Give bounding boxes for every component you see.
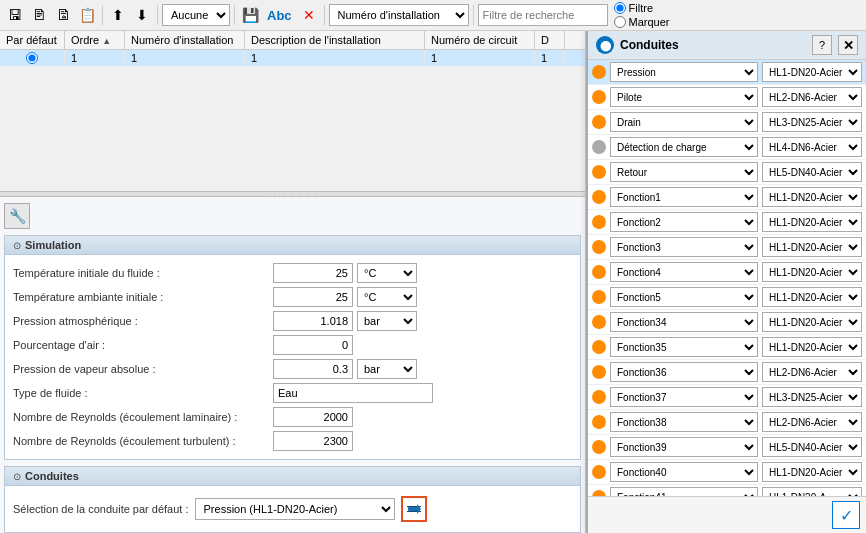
conduites-default-select[interactable]: Pression (HL1-DN20-Acier) — [195, 498, 395, 520]
conduites-item-16[interactable]: Fonction40HL1-DN20-Acier — [588, 460, 866, 485]
sim-input-0[interactable] — [273, 263, 353, 283]
popup-close-button[interactable]: ✕ — [838, 35, 858, 55]
col-header-numero[interactable]: Numéro d'installation — [125, 31, 245, 49]
conduites-icon-button[interactable] — [401, 496, 427, 522]
toolbar-select-aucune[interactable]: Aucune — [162, 4, 230, 26]
conduites-name-select-6[interactable]: Fonction2 — [610, 212, 758, 232]
conduites-code-select-15[interactable]: HL5-DN40-Acier — [762, 437, 862, 457]
conduites-name-select-16[interactable]: Fonction40 — [610, 462, 758, 482]
conduites-name-select-14[interactable]: Fonction38 — [610, 412, 758, 432]
sim-input-3[interactable] — [273, 335, 353, 355]
sim-input-6[interactable] — [273, 407, 353, 427]
conduites-name-select-1[interactable]: Pilote — [610, 87, 758, 107]
conduites-code-select-13[interactable]: HL3-DN25-Acier — [762, 387, 862, 407]
conduites-item-6[interactable]: Fonction2HL1-DN20-Acier — [588, 210, 866, 235]
col-header-ordre[interactable]: Ordre ▲ — [65, 31, 125, 49]
conduites-code-select-11[interactable]: HL1-DN20-Acier — [762, 337, 862, 357]
conduites-name-select-17[interactable]: Fonction41 — [610, 487, 758, 496]
conduites-name-select-0[interactable]: Pression — [610, 62, 758, 82]
sim-input-7[interactable] — [273, 431, 353, 451]
toolbar-btn-5[interactable]: ⬆ — [107, 4, 129, 26]
col-header-desc[interactable]: Description de l'installation — [245, 31, 425, 49]
col-header-d[interactable]: D — [535, 31, 565, 49]
conduites-code-select-9[interactable]: HL1-DN20-Acier — [762, 287, 862, 307]
conduites-item-9[interactable]: Fonction5HL1-DN20-Acier — [588, 285, 866, 310]
toolbar-btn-1[interactable]: 🖫 — [4, 4, 26, 26]
toolbar-btn-close-x[interactable]: ✕ — [298, 4, 320, 26]
conduites-item-13[interactable]: Fonction37HL3-DN25-Acier — [588, 385, 866, 410]
par-defaut-radio[interactable] — [26, 52, 38, 64]
conduites-name-select-15[interactable]: Fonction39 — [610, 437, 758, 457]
sim-input-4[interactable] — [273, 359, 353, 379]
conduites-item-11[interactable]: Fonction35HL1-DN20-Acier — [588, 335, 866, 360]
cell-par-defaut[interactable] — [0, 50, 65, 66]
sim-input-2[interactable] — [273, 311, 353, 331]
bottom-toolbar-btn[interactable]: 🔧 — [4, 203, 30, 229]
popup-help-button[interactable]: ? — [812, 35, 832, 55]
conduites-item-10[interactable]: Fonction34HL1-DN20-Acier — [588, 310, 866, 335]
conduites-name-select-2[interactable]: Drain — [610, 112, 758, 132]
conduites-code-select-10[interactable]: HL1-DN20-Acier — [762, 312, 862, 332]
conduites-item-8[interactable]: Fonction4HL1-DN20-Acier — [588, 260, 866, 285]
conduites-code-select-8[interactable]: HL1-DN20-Acier — [762, 262, 862, 282]
toolbar-select-numero[interactable]: Numéro d'installation — [329, 4, 469, 26]
conduites-item-1[interactable]: PiloteHL2-DN6-Acier — [588, 85, 866, 110]
conduites-code-select-4[interactable]: HL5-DN40-Acier — [762, 162, 862, 182]
conduites-name-select-11[interactable]: Fonction35 — [610, 337, 758, 357]
sim-input-5[interactable] — [273, 383, 433, 403]
popup-ok-button[interactable]: ✓ — [832, 501, 860, 529]
conduites-item-7[interactable]: Fonction3HL1-DN20-Acier — [588, 235, 866, 260]
sim-unit-select-1[interactable]: °C — [357, 287, 417, 307]
filter-radio-filtre[interactable] — [614, 2, 626, 14]
filter-radio-marquer-label[interactable]: Marquer — [614, 16, 670, 28]
filter-radio-marquer[interactable] — [614, 16, 626, 28]
col-header-par-defaut[interactable]: Par défaut — [0, 31, 65, 49]
conduites-name-select-12[interactable]: Fonction36 — [610, 362, 758, 382]
sim-label-3: Pourcentage d'air : — [13, 339, 273, 351]
conduites-code-select-0[interactable]: HL1-DN20-Acier — [762, 62, 862, 82]
conduites-code-select-12[interactable]: HL2-DN6-Acier — [762, 362, 862, 382]
conduites-header[interactable]: ⊙ Conduites — [5, 467, 580, 486]
conduites-code-select-17[interactable]: HL1-DN20-A... — [762, 487, 862, 496]
conduites-code-select-7[interactable]: HL1-DN20-Acier — [762, 237, 862, 257]
toolbar-btn-4[interactable]: 📋 — [76, 4, 98, 26]
toolbar-btn-6[interactable]: ⬇ — [131, 4, 153, 26]
conduites-code-select-6[interactable]: HL1-DN20-Acier — [762, 212, 862, 232]
conduites-code-select-16[interactable]: HL1-DN20-Acier — [762, 462, 862, 482]
conduites-name-select-3[interactable]: Détection de charge — [610, 137, 758, 157]
conduites-code-select-1[interactable]: HL2-DN6-Acier — [762, 87, 862, 107]
conduites-item-17[interactable]: Fonction41HL1-DN20-A... — [588, 485, 866, 496]
conduites-name-select-5[interactable]: Fonction1 — [610, 187, 758, 207]
conduites-code-select-5[interactable]: HL1-DN20-Acier — [762, 187, 862, 207]
simulation-header[interactable]: ⊙ Simulation — [5, 236, 580, 255]
conduites-name-select-13[interactable]: Fonction37 — [610, 387, 758, 407]
conduites-item-2[interactable]: DrainHL3-DN25-Acier — [588, 110, 866, 135]
conduites-code-select-2[interactable]: HL3-DN25-Acier — [762, 112, 862, 132]
sim-input-1[interactable] — [273, 287, 353, 307]
conduites-item-12[interactable]: Fonction36HL2-DN6-Acier — [588, 360, 866, 385]
conduites-name-select-9[interactable]: Fonction5 — [610, 287, 758, 307]
toolbar-filter-input[interactable] — [478, 4, 608, 26]
conduites-code-select-14[interactable]: HL2-DN6-Acier — [762, 412, 862, 432]
sim-unit-select-0[interactable]: °C — [357, 263, 417, 283]
toolbar-btn-save[interactable]: 💾 — [239, 4, 261, 26]
toolbar-btn-2[interactable]: 🖹 — [28, 4, 50, 26]
conduites-item-4[interactable]: RetourHL5-DN40-Acier — [588, 160, 866, 185]
col-header-circuit[interactable]: Numéro de circuit — [425, 31, 535, 49]
sim-label-4: Pression de vapeur absolue : — [13, 363, 273, 375]
toolbar-btn-3[interactable]: 🖺 — [52, 4, 74, 26]
conduites-name-select-7[interactable]: Fonction3 — [610, 237, 758, 257]
conduites-item-15[interactable]: Fonction39HL5-DN40-Acier — [588, 435, 866, 460]
conduites-name-select-8[interactable]: Fonction4 — [610, 262, 758, 282]
conduites-item-0[interactable]: PressionHL1-DN20-Acier — [588, 60, 866, 85]
conduites-name-select-10[interactable]: Fonction34 — [610, 312, 758, 332]
table-row[interactable]: 1 1 1 1 1 — [0, 50, 585, 67]
conduites-item-14[interactable]: Fonction38HL2-DN6-Acier — [588, 410, 866, 435]
conduites-item-3[interactable]: Détection de chargeHL4-DN6-Acier — [588, 135, 866, 160]
conduites-item-5[interactable]: Fonction1HL1-DN20-Acier — [588, 185, 866, 210]
filter-radio-filtre-label[interactable]: Filtre — [614, 2, 670, 14]
conduites-name-select-4[interactable]: Retour — [610, 162, 758, 182]
sim-unit-select-2[interactable]: bar — [357, 311, 417, 331]
sim-unit-select-4[interactable]: bar — [357, 359, 417, 379]
conduites-code-select-3[interactable]: HL4-DN6-Acier — [762, 137, 862, 157]
